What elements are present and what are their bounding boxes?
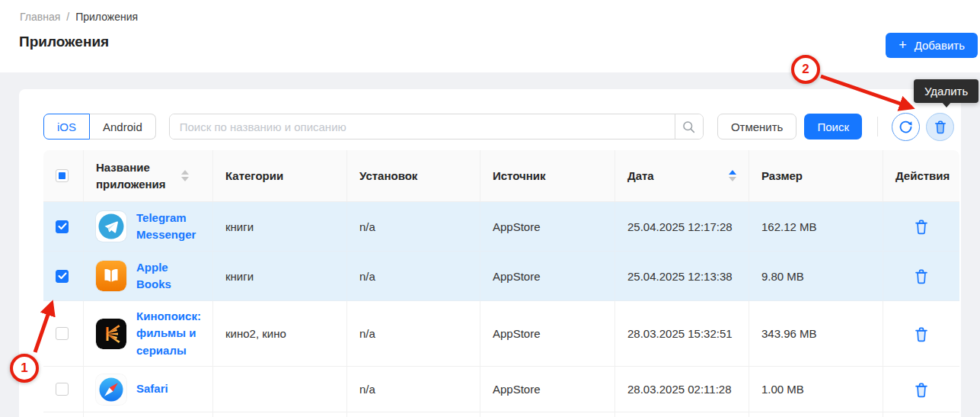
delete-row-button[interactable]: [913, 267, 930, 285]
bulk-delete-button[interactable]: [926, 113, 954, 141]
app-name-link[interactable]: Telegram Messenger: [136, 210, 200, 244]
search-icon[interactable]: [675, 114, 703, 139]
cell-category: книги: [213, 252, 347, 301]
trash-icon: [913, 267, 930, 285]
platform-segmented-control: iOS Android: [43, 114, 156, 140]
safari-icon: [96, 374, 126, 405]
table-row: Telegram Messenger книги n/a AppStore 25…: [43, 202, 959, 252]
column-header-size: Размер: [749, 150, 883, 202]
toolbar: iOS Android Отменить Поиск: [43, 113, 954, 140]
cell-installs: n/a: [347, 252, 480, 301]
content-card: iOS Android Отменить Поиск Название прил…: [19, 89, 961, 417]
cell-source: AppStore: [480, 367, 615, 412]
cell-installs: n/a: [347, 202, 480, 252]
plus-icon: +: [899, 38, 907, 52]
trash-icon: [913, 217, 930, 236]
cell-date: 28.03.2025 02:11:28: [615, 367, 749, 412]
cell-date: 28.03.2025 15:32:51: [615, 301, 749, 367]
cell-category: [213, 367, 347, 412]
row-checkbox[interactable]: [56, 270, 69, 283]
cell-category: книги: [213, 202, 347, 252]
trash-icon: [913, 325, 930, 343]
app-name-link[interactable]: Safari: [136, 380, 168, 398]
header-cell-select: [43, 150, 84, 202]
search-button[interactable]: Поиск: [804, 114, 862, 140]
refresh-icon: [898, 119, 914, 135]
telegram-icon: [96, 211, 126, 242]
table-row: Apple Books книги n/a AppStore 25.04.202…: [43, 252, 959, 301]
toolbar-divider: [877, 117, 878, 136]
apps-table: Название приложения Категории Установок …: [43, 150, 959, 417]
column-header-date[interactable]: Дата: [615, 150, 749, 202]
sort-icon-active: [729, 170, 736, 181]
cell-source: AppStore: [480, 301, 615, 367]
select-all-checkbox[interactable]: [56, 169, 69, 182]
delete-row-button[interactable]: [913, 380, 930, 399]
sort-icon: [181, 170, 189, 181]
column-header-source: Источник: [480, 150, 615, 202]
cell-category: кино2, кино: [213, 301, 347, 367]
row-checkbox[interactable]: [56, 327, 69, 340]
cell-date: 25.04.2025 12:13:38: [615, 252, 749, 301]
cell-source: AppStore: [480, 202, 615, 252]
delete-row-button[interactable]: [913, 217, 930, 236]
table-row: Кинопоиск: фильмы и сериалы кино2, кино …: [43, 301, 959, 367]
table-row-partial: [43, 412, 959, 417]
cancel-button[interactable]: Отменить: [717, 114, 797, 140]
cell-installs: n/a: [347, 367, 480, 412]
cell-installs: n/a: [347, 301, 480, 367]
breadcrumb: Главная / Приложения: [20, 11, 138, 23]
column-header-installs: Установок: [347, 150, 480, 202]
page-title: Приложения: [19, 34, 109, 50]
cell-size: 1.00 MB: [749, 367, 883, 412]
apple-books-icon: [96, 261, 126, 291]
cell-size: 9.80 MB: [749, 252, 883, 301]
search-input[interactable]: [170, 114, 675, 139]
table-header-row: Название приложения Категории Установок …: [43, 150, 959, 202]
row-checkbox[interactable]: [56, 220, 69, 233]
breadcrumb-current: Приложения: [75, 11, 138, 23]
column-header-category: Категории: [213, 150, 347, 202]
trash-icon: [913, 380, 930, 399]
app-name-link[interactable]: Кинопоиск: фильмы и сериалы: [136, 308, 201, 360]
breadcrumb-home-link[interactable]: Главная: [20, 11, 60, 23]
row-checkbox[interactable]: [56, 383, 69, 396]
search-field: [169, 114, 704, 140]
cell-size: 343.96 MB: [749, 301, 883, 367]
tab-android[interactable]: Android: [90, 114, 156, 140]
column-header-actions: Действия: [883, 150, 959, 202]
table-row: Safari n/a AppStore 28.03.2025 02:11:28 …: [43, 367, 959, 412]
tab-ios[interactable]: iOS: [43, 114, 90, 140]
add-button[interactable]: + Добавить: [886, 33, 978, 58]
column-header-name[interactable]: Название приложения: [84, 150, 213, 202]
cell-size: 162.12 MB: [749, 202, 883, 252]
trash-icon: [933, 118, 948, 135]
delete-row-button[interactable]: [913, 325, 930, 343]
cell-source: AppStore: [480, 252, 615, 301]
kinopoisk-icon: [96, 319, 126, 349]
add-button-label: Добавить: [915, 39, 965, 52]
breadcrumb-separator: /: [66, 11, 69, 23]
cell-date: 25.04.2025 12:17:28: [615, 202, 749, 252]
app-name-link[interactable]: Apple Books: [136, 259, 200, 294]
refresh-button[interactable]: [892, 113, 920, 141]
